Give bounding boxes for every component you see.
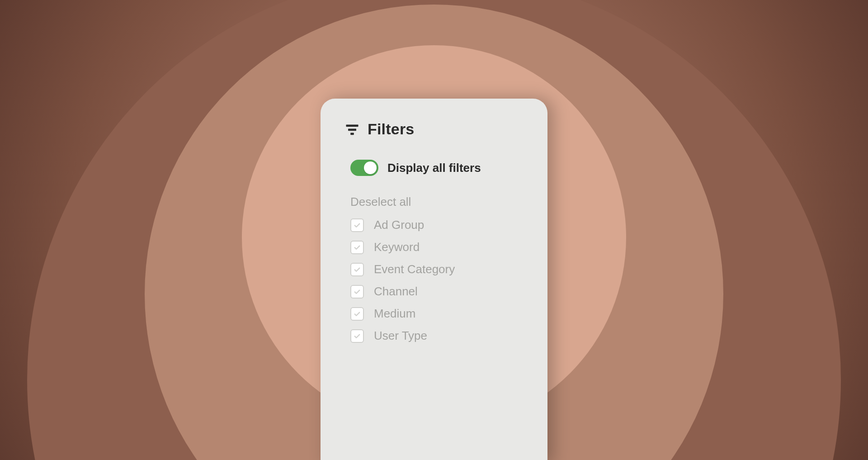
filters-panel: Filters Display all filters Deselect all…	[321, 99, 547, 460]
check-icon	[353, 332, 361, 340]
display-all-toggle-label: Display all filters	[387, 161, 481, 175]
filter-item-user-type[interactable]: User Type	[350, 329, 524, 343]
svg-rect-1	[348, 128, 356, 131]
display-all-toggle[interactable]	[350, 160, 378, 176]
filter-item-medium[interactable]: Medium	[350, 307, 524, 321]
checkbox-ad-group[interactable]	[350, 218, 364, 232]
svg-rect-2	[350, 133, 354, 135]
filter-item-keyword[interactable]: Keyword	[350, 240, 524, 254]
filter-item-channel[interactable]: Channel	[350, 285, 524, 299]
filter-label: Event Category	[374, 262, 455, 276]
toggle-knob	[364, 161, 377, 174]
checkbox-medium[interactable]	[350, 307, 364, 321]
checkbox-keyword[interactable]	[350, 241, 364, 254]
filter-item-ad-group[interactable]: Ad Group	[350, 218, 524, 232]
checkbox-event-category[interactable]	[350, 263, 364, 276]
filter-label: User Type	[374, 329, 427, 343]
svg-rect-0	[346, 124, 359, 127]
panel-title: Filters	[368, 120, 414, 138]
filter-list: Ad Group Keyword Event Category Channel	[350, 218, 524, 343]
check-icon	[353, 221, 361, 229]
check-icon	[353, 266, 361, 274]
filter-item-event-category[interactable]: Event Category	[350, 262, 524, 276]
check-icon	[353, 243, 361, 251]
filter-label: Medium	[374, 307, 415, 321]
display-all-toggle-row: Display all filters	[350, 160, 524, 176]
panel-header: Filters	[344, 120, 524, 138]
filter-label: Channel	[374, 285, 418, 299]
check-icon	[353, 288, 361, 296]
deselect-all-link[interactable]: Deselect all	[350, 195, 524, 209]
check-icon	[353, 310, 361, 318]
checkbox-user-type[interactable]	[350, 329, 364, 343]
filter-label: Keyword	[374, 240, 420, 254]
filter-icon	[344, 121, 360, 138]
filter-label: Ad Group	[374, 218, 424, 232]
checkbox-channel[interactable]	[350, 285, 364, 299]
